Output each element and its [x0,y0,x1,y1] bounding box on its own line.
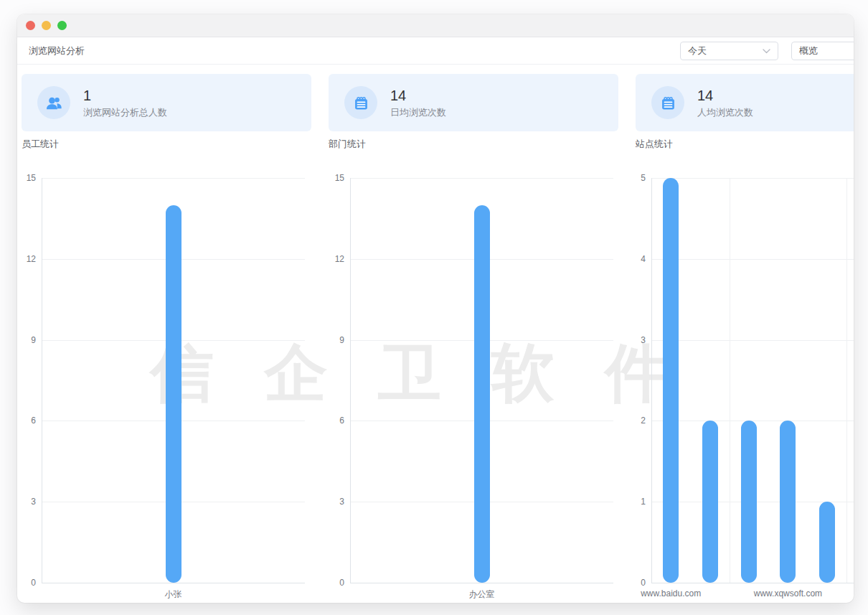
x-axis-category-label: 办公室 [469,588,495,601]
page-title: 浏览网站分析 [29,44,85,57]
period-select-value: 今天 [688,44,707,57]
employee-stats-chart: 员工统计 15129630小张 [22,138,311,603]
y-axis-tick-label: 6 [339,416,344,426]
chart-plot-area: 15129630办公室 [350,178,613,583]
chevron-down-icon [763,49,770,54]
y-axis-tick-label: 3 [339,497,344,507]
x-axis-line [350,583,613,583]
gridline [651,259,854,260]
y-axis-line [42,178,42,583]
y-axis-tick-label: 9 [339,335,344,345]
x-axis-line [651,583,854,583]
stat-card-total-people: 1 浏览网站分析总人数 [22,74,311,131]
y-axis-tick-label: 15 [335,173,344,183]
gridline [350,178,613,179]
bar-series-2[interactable] [741,421,757,583]
stat-label: 人均浏览次数 [697,106,753,119]
bar-series-1[interactable] [702,421,718,583]
y-axis-tick-label: 1 [641,497,646,507]
stat-label: 日均浏览次数 [390,106,446,119]
department-stats-chart: 部门统计 15129630办公室 [329,138,618,603]
stat-card-per-person-views: 14 人均浏览次数 [636,74,854,131]
bar-series-4[interactable] [819,502,835,583]
gridline [651,178,854,179]
y-axis-tick-label: 4 [641,254,646,264]
gridline [651,340,854,341]
x-axis-line [42,583,305,583]
y-axis-tick-label: 0 [339,578,344,588]
chart-title: 站点统计 [636,138,854,151]
stat-value: 14 [697,87,753,104]
y-axis-tick-label: 9 [31,335,36,345]
view-select[interactable]: 概览 [791,42,854,60]
stat-label: 浏览网站分析总人数 [83,106,167,119]
site-stats-chart: 站点统计 543210www.baidu.comwww.xqwsoft.com [636,138,854,603]
vertical-gridline [846,178,847,583]
stat-value: 14 [390,87,446,104]
page-header: 浏览网站分析 今天 概览 [17,38,854,65]
vertical-gridline [730,178,730,583]
y-axis-line [350,178,351,583]
bar-www.baidu.com[interactable] [663,178,679,583]
y-axis-tick-label: 12 [335,254,344,264]
x-axis-category-label: www.baidu.com [641,588,701,598]
stat-cards-row: 1 浏览网站分析总人数 14 日均浏览次数 [22,74,854,131]
stat-value: 1 [83,87,167,104]
bar-www.xqwsoft.com[interactable] [780,421,796,583]
chart-plot-area: 15129630小张 [42,178,305,583]
app-window: 浏览网站分析 今天 概览 信企卫软件 1 浏览网站分析总人数 [17,14,854,603]
bar-办公室[interactable] [474,205,490,583]
stat-card-daily-views: 14 日均浏览次数 [329,74,618,131]
y-axis-tick-label: 3 [31,497,36,507]
notepad-icon [344,86,377,119]
chart-title: 员工统计 [22,138,311,151]
x-axis-category-label: www.xqwsoft.com [754,588,822,598]
window-titlebar[interactable] [17,14,854,37]
y-axis-tick-label: 6 [31,416,36,426]
gridline [42,178,305,179]
y-axis-tick-label: 2 [641,416,646,426]
users-icon [37,86,70,119]
y-axis-tick-label: 5 [641,173,646,183]
notepad-icon [651,86,684,119]
bar-小张[interactable] [166,205,181,583]
y-axis-tick-label: 15 [27,173,36,183]
minimize-window-button[interactable] [42,21,51,30]
maximize-window-button[interactable] [57,21,67,30]
chart-plot-area: 543210www.baidu.comwww.xqwsoft.com [651,178,846,583]
y-axis-tick-label: 3 [641,335,646,345]
period-select[interactable]: 今天 [680,42,778,60]
close-window-button[interactable] [26,21,35,30]
y-axis-tick-label: 12 [27,254,36,264]
x-axis-category-label: 小张 [165,588,182,601]
y-axis-tick-label: 0 [31,578,36,588]
chart-title: 部门统计 [329,138,618,151]
view-select-value: 概览 [799,44,818,57]
y-axis-line [651,178,652,583]
y-axis-tick-label: 0 [641,578,646,588]
